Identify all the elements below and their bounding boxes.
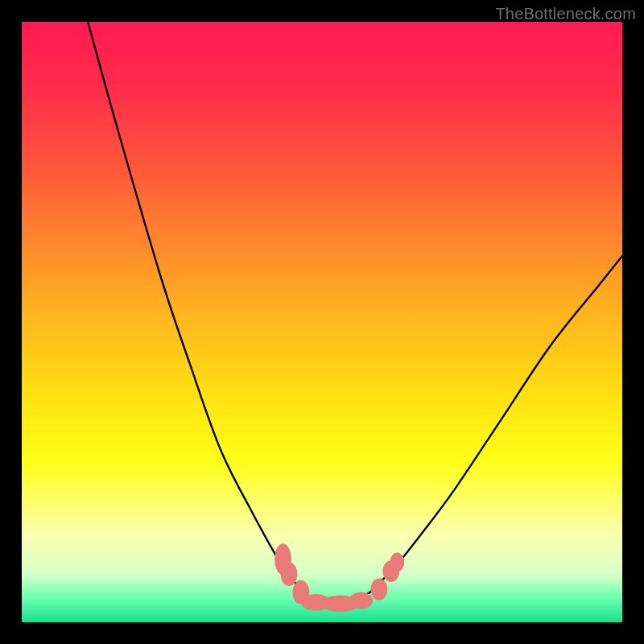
chart-frame: TheBottleneck.com	[0, 0, 644, 644]
highlight-dot	[390, 553, 404, 572]
curves-svg	[22, 22, 622, 622]
bottleneck-curve-path	[88, 22, 622, 605]
highlight-dot	[281, 562, 298, 586]
watermark-text: TheBottleneck.com	[495, 5, 636, 23]
plot-area	[22, 22, 622, 622]
highlight-dot	[371, 579, 388, 601]
highlight-dot	[349, 592, 374, 609]
